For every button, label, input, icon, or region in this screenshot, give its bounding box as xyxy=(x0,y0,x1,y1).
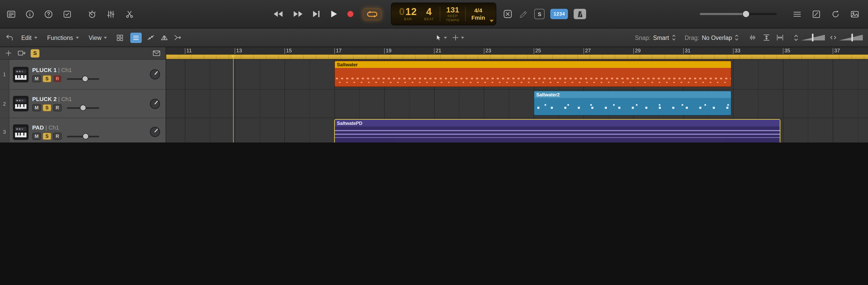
zoom-thumb[interactable] xyxy=(851,34,853,41)
inspector-button[interactable] xyxy=(25,9,35,19)
editors-button[interactable] xyxy=(125,9,134,19)
toolbar-config-button[interactable] xyxy=(62,9,72,19)
left-click-tool-button[interactable] xyxy=(434,33,447,42)
grid-view-button[interactable] xyxy=(115,32,126,43)
ruler-bar-19: 19 xyxy=(386,48,392,54)
track-volume-slider[interactable] xyxy=(67,105,99,111)
waveform-zoom-button[interactable] xyxy=(749,33,757,42)
track-lane-2: Saltwater2 xyxy=(166,90,868,118)
region-saltwater2[interactable]: Saltwater2 xyxy=(534,91,732,115)
forward-button[interactable] xyxy=(292,10,304,18)
ruler-bar-33: 33 xyxy=(735,48,740,54)
mute-button[interactable]: M xyxy=(32,104,41,111)
track-volume-slider[interactable] xyxy=(67,133,99,139)
list-view-button[interactable] xyxy=(130,32,142,43)
cycle-icon xyxy=(366,10,378,18)
solo-button[interactable]: S xyxy=(42,75,52,82)
back-button[interactable] xyxy=(5,33,14,42)
duplicate-track-button[interactable] xyxy=(17,49,26,58)
slider-thumb[interactable] xyxy=(82,75,88,82)
library-button[interactable] xyxy=(6,9,16,19)
autopunch-button[interactable] xyxy=(503,9,513,19)
list-editors-button[interactable] xyxy=(792,9,802,19)
track-header-pad[interactable]: 3PAD | Ch1MSR xyxy=(0,118,165,143)
quick-help-button[interactable] xyxy=(43,9,54,19)
track-header-pluck-1[interactable]: 1PLUCK 1 | Ch1MSR xyxy=(0,60,165,90)
replace-button[interactable] xyxy=(519,9,529,19)
pan-knob[interactable] xyxy=(149,98,161,110)
track-header-panel: S 1PLUCK 1 | Ch1MSR2PLUCK 2 | Ch1MSR3PAD… xyxy=(0,47,166,143)
functions-menu[interactable]: Functions xyxy=(44,34,82,41)
solo-button[interactable]: S xyxy=(42,132,52,140)
waveform-zoom-icon xyxy=(749,33,757,42)
smart-controls-button[interactable] xyxy=(87,9,97,19)
playhead[interactable] xyxy=(233,55,234,143)
zoom-thumb[interactable] xyxy=(812,34,813,41)
vertical-auto-zoom-button[interactable] xyxy=(762,33,771,42)
browsers-button[interactable] xyxy=(850,9,860,19)
solo-button[interactable]: S xyxy=(42,104,52,111)
lanes-area: SaltwaterSaltwater2SaltwatePDSaltwateBA0… xyxy=(166,60,868,143)
horizontal-auto-zoom-button[interactable] xyxy=(776,33,784,42)
mute-button[interactable]: M xyxy=(32,75,41,82)
automation-icon xyxy=(147,33,155,42)
region-saltwatepd[interactable]: SaltwatePD xyxy=(334,119,780,143)
region-saltwater[interactable]: Saltwater xyxy=(334,61,732,87)
count-in-button[interactable]: 1234 xyxy=(551,9,568,19)
track-header-pluck-2[interactable]: 2PLUCK 2 | Ch1MSR xyxy=(0,90,165,118)
pan-knob[interactable] xyxy=(149,68,161,80)
lcd-tempo[interactable]: 131 KEEP TEMPO xyxy=(442,4,463,24)
ruler-bar-25: 25 xyxy=(535,48,541,54)
automation-button[interactable] xyxy=(147,33,155,42)
lcd-chevron-icon[interactable] xyxy=(490,20,494,22)
note-pads-button[interactable] xyxy=(811,9,821,19)
command-click-tool-button[interactable] xyxy=(452,34,464,41)
record-arm-button[interactable]: R xyxy=(53,75,62,82)
back-arrow-icon xyxy=(5,33,14,42)
record-button[interactable] xyxy=(346,10,354,18)
up-down-chevrons-icon xyxy=(735,34,739,41)
cycle-button[interactable] xyxy=(363,8,381,20)
notepad-icon xyxy=(811,9,821,19)
mixer-button[interactable] xyxy=(106,9,116,19)
pan-knob[interactable] xyxy=(149,126,161,138)
record-arm-button[interactable]: R xyxy=(53,132,62,140)
lcd-signature[interactable]: 4/4 Fmin xyxy=(468,4,489,24)
cycle-range[interactable] xyxy=(166,55,868,59)
slider-thumb[interactable] xyxy=(80,105,86,111)
lcd-divider xyxy=(440,7,440,21)
mute-button[interactable]: M xyxy=(32,132,41,140)
metronome-button[interactable] xyxy=(574,9,586,19)
global-solo-button[interactable]: S xyxy=(31,49,39,57)
solo-mode-button[interactable]: S xyxy=(534,9,545,19)
lcd-display[interactable]: 012 BAR 4 BEAT 131 KEEP TEMPO 4/4 Fmin xyxy=(391,3,497,25)
goto-end-button[interactable] xyxy=(312,10,321,18)
rewind-button[interactable] xyxy=(273,10,284,18)
bar-ruler[interactable]: 1113151719212325272931333537 xyxy=(166,47,868,60)
lcd-bar-value: 12 xyxy=(405,6,417,17)
track-alternatives-button[interactable] xyxy=(152,49,161,58)
crossfade-button[interactable] xyxy=(160,33,169,42)
ruler-bar-17: 17 xyxy=(336,48,342,54)
view-menu[interactable]: View xyxy=(86,34,110,41)
record-arm-button[interactable]: R xyxy=(53,104,62,111)
horizontal-zoom-slider[interactable] xyxy=(830,35,863,40)
drag-dropdown[interactable]: Drag: No Overlap xyxy=(684,34,739,41)
play-button[interactable] xyxy=(330,10,338,18)
vertical-zoom-slider[interactable] xyxy=(793,34,825,41)
control-bar: 012 BAR 4 BEAT 131 KEEP TEMPO 4/4 Fmin xyxy=(0,0,868,29)
row-view-icon xyxy=(132,33,141,42)
scissors-icon xyxy=(125,9,134,19)
track-volume-slider[interactable] xyxy=(67,75,99,82)
volume-thumb[interactable] xyxy=(742,10,750,17)
master-volume-slider[interactable] xyxy=(700,10,777,18)
edit-menu[interactable]: Edit xyxy=(19,34,40,41)
apple-loops-button[interactable] xyxy=(831,9,840,19)
lcd-bar-label: BAR xyxy=(404,17,412,21)
zoom-ramp xyxy=(839,35,863,40)
snap-dropdown[interactable]: Snap: Smart xyxy=(635,34,676,41)
midi-in-button[interactable] xyxy=(174,33,183,42)
add-track-button[interactable] xyxy=(5,49,12,57)
slider-thumb[interactable] xyxy=(83,133,89,139)
up-down-chevrons-icon xyxy=(672,34,676,41)
